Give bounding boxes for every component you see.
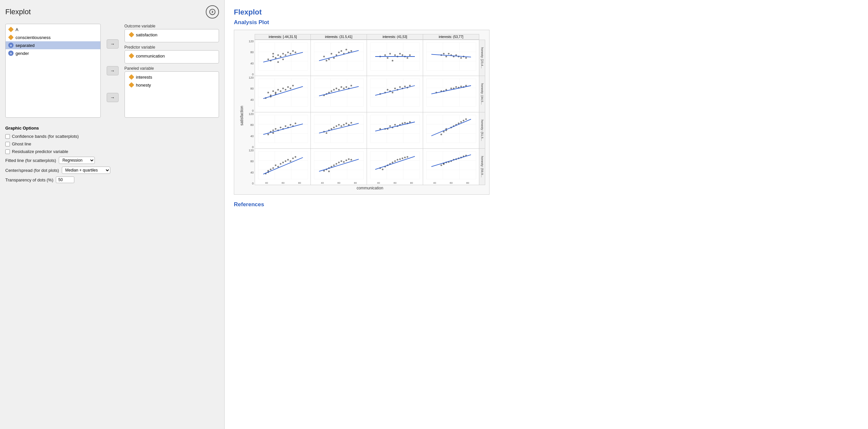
col-header-3: interests: (53,77]: [423, 34, 479, 40]
svg-point-60: [399, 53, 401, 55]
confidence-bands-checkbox[interactable]: [5, 134, 10, 139]
svg-point-18: [290, 53, 291, 55]
col-header-0: interests: [-44,31.5]: [255, 34, 311, 40]
svg-point-212: [350, 122, 352, 124]
variable-assignment-section: A conscientiousness a separated a gender…: [5, 24, 219, 118]
transparency-input[interactable]: [56, 176, 74, 183]
plot-row-0: 04080120honesty: [23,4...: [245, 40, 485, 76]
svg-point-209: [343, 124, 345, 125]
plot-cell-r3-c2: 406080: [367, 149, 423, 185]
paneled-arrow-button[interactable]: →: [107, 93, 119, 102]
outcome-label: Outcome variable: [125, 24, 219, 28]
paneled-var-icon-interests: [128, 74, 134, 80]
ytick-0-row-0: 0: [245, 73, 254, 76]
svg-point-102: [282, 88, 284, 89]
svg-line-303: [319, 159, 359, 172]
predictor-var-icon: [128, 53, 134, 59]
var-label-A: A: [16, 27, 19, 32]
svg-point-19: [292, 50, 294, 52]
svg-text:60: 60: [338, 181, 341, 184]
svg-point-206: [336, 125, 337, 127]
plot-cell-r3-c0: 406080: [255, 149, 311, 185]
svg-point-270: [280, 163, 281, 165]
predictor-section: Predictor variable communication: [125, 45, 219, 63]
variable-list[interactable]: A conscientiousness a separated a gender: [5, 24, 101, 118]
svg-text:40: 40: [321, 181, 324, 184]
center-spread-select[interactable]: Median + quartiles Mean + SD None: [62, 167, 110, 174]
svg-line-193: [263, 124, 303, 135]
predictor-var-item: communication: [126, 52, 218, 60]
svg-point-223: [379, 128, 381, 130]
plot-row-2: 04080120honesty: (51,5...: [245, 112, 485, 149]
svg-point-163: [451, 88, 452, 89]
outcome-section: Outcome variable satisfaction: [125, 24, 219, 42]
predictor-arrow-button[interactable]: →: [107, 66, 119, 75]
ytick-0-row-2: 0: [245, 145, 254, 149]
svg-point-20: [294, 52, 296, 53]
residualize-text: Residualize predictor variable: [12, 149, 68, 154]
ytick-120-row-2: 120: [245, 112, 254, 116]
svg-point-143: [394, 88, 396, 89]
svg-point-165: [456, 86, 457, 88]
svg-point-98: [273, 90, 274, 92]
svg-point-267: [273, 167, 274, 169]
outcome-var-label: satisfaction: [136, 32, 158, 37]
svg-point-266: [270, 169, 272, 170]
ghost-line-checkbox[interactable]: [5, 142, 10, 146]
svg-point-56: [387, 57, 389, 59]
var-item-gender[interactable]: a gender: [6, 49, 100, 57]
graphic-options-title: Graphic Options: [5, 125, 219, 131]
svg-point-16: [285, 54, 286, 56]
plot-row-3: 04080120406080406080406080406080honesty:…: [245, 149, 485, 185]
transparency-row: Transparency of dots (%): [5, 176, 219, 183]
svg-point-302: [328, 171, 330, 172]
confidence-bands-text: Confidence bands (for scatterplots): [12, 134, 79, 139]
svg-point-149: [409, 85, 411, 87]
svg-text:80: 80: [298, 181, 301, 184]
var-item-A[interactable]: A: [6, 25, 100, 33]
svg-point-40: [345, 49, 347, 51]
svg-text:60: 60: [394, 181, 397, 184]
svg-point-84: [465, 57, 467, 59]
svg-point-274: [290, 160, 291, 162]
svg-point-205: [333, 126, 335, 128]
outcome-arrow-button[interactable]: →: [107, 39, 119, 49]
col-header-1: interests: (31.5,41]: [311, 34, 367, 40]
ytick-0-row-1: 0: [245, 109, 254, 112]
y-axis-label: satisfaction: [238, 41, 245, 190]
svg-point-145: [399, 86, 401, 88]
svg-point-58: [394, 54, 396, 56]
nav-arrow-button[interactable]: [206, 5, 219, 19]
svg-point-21: [282, 58, 284, 60]
var-item-conscientiousness[interactable]: conscientiousness: [6, 33, 100, 41]
svg-point-37: [338, 52, 340, 53]
ytick-120-row-1: 120: [245, 76, 254, 79]
svg-point-271: [282, 162, 284, 163]
svg-point-34: [328, 58, 330, 60]
svg-point-103: [285, 89, 286, 91]
paneled-drop-box[interactable]: interests honesty: [125, 72, 219, 118]
plot-with-ylabel: satisfaction interests: [-44,31.5] inter…: [238, 34, 485, 190]
center-spread-row: Center/spread (for dot plots) Median + q…: [5, 167, 219, 174]
residualize-checkbox[interactable]: [5, 149, 10, 154]
predictor-drop-box[interactable]: communication: [125, 50, 219, 63]
svg-point-14: [280, 56, 281, 58]
svg-point-211: [348, 124, 350, 125]
outcome-drop-box[interactable]: satisfaction: [125, 29, 219, 42]
svg-point-43: [333, 57, 335, 59]
svg-point-324: [404, 157, 406, 158]
paneled-section: Paneled variable interests honesty: [125, 66, 219, 118]
col-headers-row: interests: [-44,31.5] interests: (31.5,4…: [245, 34, 485, 40]
svg-point-169: [465, 85, 467, 87]
svg-point-61: [402, 54, 403, 56]
outcome-var-item: satisfaction: [126, 31, 218, 39]
ytick-0-row-3: 0: [245, 182, 254, 185]
svg-point-296: [338, 162, 340, 163]
svg-point-77: [448, 53, 450, 55]
residualize-label[interactable]: Residualize predictor variable: [5, 149, 68, 154]
var-item-separated[interactable]: a separated: [6, 41, 100, 49]
fitted-line-select[interactable]: Regression Loess None: [59, 157, 95, 164]
plot-cell-r2-c2: [367, 112, 423, 149]
confidence-bands-label[interactable]: Confidence bands (for scatterplots): [5, 134, 79, 139]
ghost-line-label[interactable]: Ghost line: [5, 141, 31, 146]
